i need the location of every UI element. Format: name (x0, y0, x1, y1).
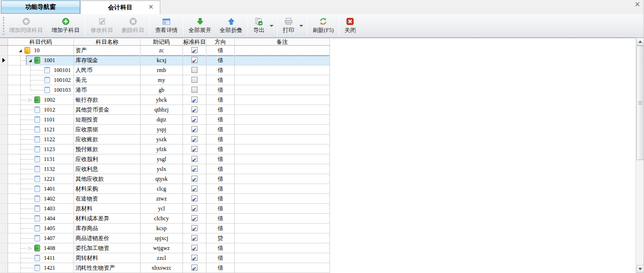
row-indicator-cell (0, 184, 8, 194)
refresh-icon (319, 17, 327, 26)
standard-checkbox[interactable] (191, 205, 198, 211)
tab-close-icon[interactable]: × (148, 4, 154, 10)
cell-mnemonic: spjxcj (140, 233, 183, 243)
table-row[interactable]: 100103港币gb借 (0, 85, 330, 95)
scroll-thumb[interactable] (636, 46, 644, 160)
column-header-2[interactable]: 助记码 (140, 39, 183, 45)
collapse-all-button-label: 全部折叠 (220, 26, 242, 34)
table-row[interactable]: 1421消耗性生物资产xhxswzc借 (0, 263, 330, 273)
table-row[interactable]: 1407商品进销差价spjxcj贷 (0, 233, 330, 243)
cell-standard (183, 174, 206, 184)
table-row[interactable]: ◢10资产zc借 (0, 46, 330, 56)
standard-checkbox[interactable] (191, 146, 198, 152)
table-row[interactable]: 1012其他货币资金qthbzj借 (0, 105, 330, 115)
expand-glyph-collapsed-icon[interactable]: ▷ (27, 95, 33, 105)
tab-accounting-subjects-label: 会计科目 (108, 3, 132, 12)
standard-checkbox[interactable] (191, 67, 198, 73)
standard-checkbox[interactable] (191, 77, 198, 83)
cell-remark (235, 253, 330, 263)
scroll-up-button[interactable] (636, 38, 644, 46)
expand-glyph-expanded-icon[interactable]: ◢ (17, 46, 23, 56)
standard-checkbox[interactable] (191, 195, 198, 201)
subject-code: 10 (34, 46, 40, 55)
standard-checkbox[interactable] (191, 245, 198, 251)
cell-mnemonic: zzcl (140, 253, 183, 263)
table-row[interactable]: 1411周转材料zzcl借 (0, 253, 330, 263)
standard-checkbox[interactable] (191, 156, 198, 162)
table-row[interactable]: 1123预付账款yfzk借 (0, 145, 330, 154)
tab-function-navigation[interactable]: 功能导航窗 (1, 0, 80, 14)
subject-code: 1401 (44, 184, 55, 193)
cell-standard (183, 125, 206, 135)
standard-checkbox[interactable] (191, 225, 198, 231)
standard-checkbox[interactable] (191, 136, 198, 142)
add-sibling-button: 增加同级科目 (5, 15, 47, 37)
row-indicator-cell (0, 204, 8, 214)
cell-name: 材料采购 (74, 184, 140, 194)
tree-line (20, 65, 21, 75)
standard-checkbox[interactable] (191, 96, 198, 103)
row-indicator-cell (0, 56, 8, 65)
print-dropdown-icon[interactable] (299, 25, 303, 27)
scroll-down-button[interactable] (636, 265, 644, 273)
standard-checkbox[interactable] (191, 176, 198, 182)
column-header-4[interactable]: 方向 (206, 39, 235, 45)
table-row[interactable]: 1131应收股利ysgl借 (0, 154, 330, 164)
table-row[interactable]: 1121应收票据yspj借 (0, 125, 330, 135)
column-header-0[interactable]: 科目代码 (8, 39, 74, 45)
table-row[interactable]: 1221其他应收款qtysk借 (0, 174, 330, 184)
standard-checkbox[interactable] (191, 265, 198, 271)
expand-all-button[interactable]: 全部展开 (184, 15, 215, 37)
table-row[interactable]: 1404材料成本差异clcbcy借 (0, 214, 330, 224)
close-red-button[interactable]: 关闭 (340, 15, 360, 37)
expand-glyph-expanded-icon[interactable]: ◢ (27, 56, 33, 65)
standard-checkbox[interactable] (191, 166, 198, 172)
column-header-5[interactable]: 备注 (235, 39, 330, 45)
details-button-label: 查看详情 (155, 26, 178, 34)
table-row[interactable]: 1403原材料ycl借 (0, 204, 330, 214)
table-row[interactable]: 1101短期投资dqtz借 (0, 115, 330, 125)
details-button[interactable]: 查看详情 (151, 15, 182, 37)
standard-checkbox[interactable] (191, 47, 198, 53)
table-row[interactable]: 1132应收利息yslx借 (0, 164, 330, 174)
table-row[interactable]: 1402在途物资ztwz借 (0, 194, 330, 204)
export-dropdown-icon[interactable] (270, 25, 273, 27)
table-row[interactable]: 1405库存商品kcsp借 (0, 224, 330, 233)
table-row[interactable]: ◢1001库存现金kcxj借 (0, 56, 330, 65)
window-close-icon[interactable]: × (634, 1, 641, 8)
table-row[interactable]: 100101人民币rmb借 (0, 65, 330, 75)
cell-direction: 借 (206, 46, 235, 56)
standard-checkbox[interactable] (191, 235, 198, 241)
standard-checkbox[interactable] (191, 255, 198, 261)
standard-checkbox[interactable] (191, 185, 198, 192)
export-button[interactable]: 导出 (249, 15, 269, 37)
column-header-3[interactable]: 标准科目 (183, 39, 206, 45)
row-indicator-cell (0, 65, 8, 75)
table-row[interactable]: ▷1002银行存款yhck借 (0, 95, 330, 105)
print-button[interactable]: 打印 (279, 15, 298, 37)
standard-checkbox[interactable] (191, 87, 198, 93)
standard-checkbox[interactable] (191, 57, 198, 63)
vertical-scrollbar[interactable] (636, 38, 644, 273)
cell-direction: 借 (206, 85, 235, 95)
collapse-all-button[interactable]: 全部折叠 (215, 15, 247, 37)
note-icon (34, 166, 40, 172)
standard-checkbox[interactable] (191, 106, 198, 112)
standard-checkbox[interactable] (191, 126, 198, 132)
refresh-button[interactable]: 刷新(F5) (308, 15, 338, 37)
column-header-1[interactable]: 科目名称 (74, 39, 140, 45)
cell-remark (235, 233, 330, 243)
table-row[interactable]: 1122应收账款yszk借 (0, 135, 330, 145)
cell-name: 材料成本差异 (74, 214, 140, 224)
expand-glyph-collapsed-icon[interactable]: ▷ (27, 243, 33, 253)
table-row[interactable]: 1401材料采购clcg借 (0, 184, 330, 194)
cell-mnemonic: yhck (140, 95, 183, 105)
tab-accounting-subjects[interactable]: 会计科目 × (80, 0, 160, 14)
table-row[interactable]: 100102美元my借 (0, 75, 330, 85)
standard-checkbox[interactable] (191, 116, 198, 122)
subject-code: 1408 (44, 243, 55, 253)
standard-checkbox[interactable] (191, 215, 198, 221)
table-row[interactable]: ▷1408委托加工物资wtjgwz借 (0, 243, 330, 253)
add-child-button[interactable]: 增加子科目 (47, 15, 84, 37)
row-indicator-cell (0, 243, 8, 253)
